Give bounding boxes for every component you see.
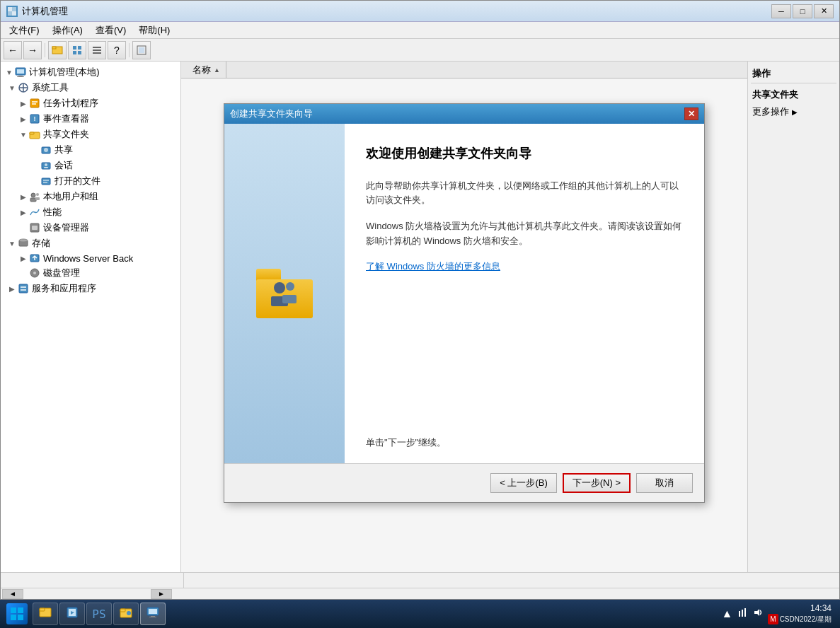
svg-point-48 [33,272,36,274]
taskbar-app-files[interactable] [113,603,139,625]
svg-rect-33 [44,167,48,168]
dialog-text-1: 此向导帮助你共享计算机文件夹，以便网络或工作组的其他计算机上的人可以访问该文件夹… [366,179,683,209]
svg-rect-34 [42,178,50,185]
expand-icon-tools: ▼ [6,82,18,93]
back-button[interactable]: ← [4,41,22,59]
powershell-icon: PS [92,607,105,621]
tree-item-storage[interactable]: ▼ 存储 [1,236,180,251]
menu-action[interactable]: 操作(A) [47,23,88,38]
svg-point-66 [127,611,131,615]
svg-text:!: ! [34,115,36,122]
svg-rect-9 [78,51,81,54]
svg-rect-12 [93,52,101,54]
tree-item-root[interactable]: ▼ 计算机管理(本地) [1,64,180,80]
right-panel-more-actions[interactable]: 更多操作 ▶ [751,103,836,120]
tree-label-services: 服务和应用程序 [32,282,96,295]
svg-rect-71 [739,611,740,617]
svg-point-54 [286,282,294,291]
sound-icon[interactable] [752,607,764,621]
right-panel-shared-folder: 共享文件夹 [751,86,836,103]
shared-icon [40,144,52,156]
taskbar-app-server-manager[interactable] [59,603,85,625]
services-icon [18,283,29,294]
menu-view[interactable]: 查看(V) [90,23,132,38]
expand-icon-users: ▶ [18,191,29,202]
tree-item-share[interactable]: ▼ 共享文件夹 [1,127,180,142]
col-name[interactable]: 名称 ▲ [187,62,226,78]
dialog-bottom-text: 单击"下一步"继续。 [366,422,683,449]
tree-item-users[interactable]: ▶ 本地用户和组 [1,189,180,204]
tree-item-openfiles[interactable]: ▶ 打开的文件 [1,173,180,189]
tree-label-task: 任务计划程序 [43,97,98,110]
tree-label-event: 事件查看器 [43,112,89,125]
folder-body [256,279,313,318]
svg-rect-22 [30,99,39,107]
dialog-firewall-link[interactable]: 了解 Windows 防火墙的更多信息 [366,261,500,272]
scroll-right-btn[interactable]: ► [151,589,172,599]
minimize-button[interactable]: ─ [771,4,791,18]
svg-point-44 [19,239,28,242]
right-panel-title: 操作 [751,64,836,83]
tree-item-session[interactable]: ▶ 会话 [1,158,180,173]
up-button[interactable] [48,41,67,59]
svg-rect-2 [8,11,12,16]
time-text: 14:34 [768,603,832,615]
time-display[interactable]: 14:34 M CSDN2022/星期 [768,603,832,625]
dialog-footer: < 上一步(B) 下一步(N) > 取消 [224,463,704,502]
tree-item-task[interactable]: ▶ 任务计划程序 [1,95,180,111]
csdn-badge: M [768,614,778,624]
taskbar-app-explorer[interactable] [33,603,58,625]
tree-label-share: 共享文件夹 [43,128,89,141]
help-button[interactable]: ? [108,41,126,59]
tree-label-openfiles: 打开的文件 [54,175,100,187]
tree-item-event[interactable]: ▶ ! 事件查看器 [1,111,180,127]
svg-rect-65 [120,609,125,612]
share-folder-icon [29,129,40,140]
cancel-button[interactable]: 取消 [636,473,693,493]
maximize-button[interactable]: □ [793,4,812,18]
main-content: 名称 ▲ 创建共享文件夹向导 ✕ [181,62,747,572]
col-name-label: 名称 [192,64,211,76]
taskbar-app-computer-mgmt[interactable] [140,603,166,625]
tree-label-root: 计算机管理(本地) [29,66,100,78]
dialog-title-bar: 创建共享文件夹向导 ✕ [224,104,704,124]
toolbar: ← → ? [1,39,839,62]
tree-item-shared[interactable]: ▶ 共享 [1,142,180,158]
scroll-left-btn[interactable]: ◄ [2,589,23,599]
users-icon [29,191,40,202]
tree-item-backup[interactable]: ▶ Windows Server Back [1,251,180,265]
forward-button[interactable]: → [23,41,42,59]
svg-point-52 [274,282,285,293]
svg-rect-0 [8,7,12,11]
menu-help[interactable]: 帮助(H) [133,23,176,38]
grid-button[interactable] [68,41,86,59]
tree-item-perf[interactable]: ▶ 性能 [1,204,180,220]
expand-icon-backup: ▶ [18,252,29,264]
console-button[interactable] [132,41,151,59]
tree-item-device[interactable]: ▶ 设备管理器 [1,220,180,236]
status-left [4,573,184,588]
tree-item-tools[interactable]: ▼ 系统工具 [1,80,180,95]
list-button[interactable] [88,41,106,59]
network-icon[interactable] [737,607,748,621]
back-button[interactable]: < 上一步(B) [490,473,557,493]
svg-rect-7 [78,46,81,50]
svg-rect-73 [744,608,746,617]
toolbar-sep-1 [45,43,45,57]
taskbar-app-powershell[interactable]: PS [86,603,112,625]
disk-icon [29,267,40,279]
expand-icon-root: ▼ [4,66,15,78]
tree-item-services[interactable]: ▶ 服务和应用程序 [1,281,180,296]
next-button[interactable]: 下一步(N) > [563,473,631,493]
tree-item-disk[interactable]: ▶ 磁盘管理 [1,265,180,281]
server-manager-icon [65,605,79,623]
col-header: 名称 ▲ [181,62,747,78]
expand-icon-services: ▶ [6,283,18,294]
close-button[interactable]: ✕ [814,4,834,18]
dialog-close-button[interactable]: ✕ [684,107,698,120]
start-button[interactable] [3,602,31,626]
svg-rect-16 [17,69,24,74]
menu-file[interactable]: 文件(F) [4,23,45,38]
tree-label-disk: 磁盘管理 [43,267,80,279]
tray-expand-icon[interactable]: ▲ [721,607,732,620]
